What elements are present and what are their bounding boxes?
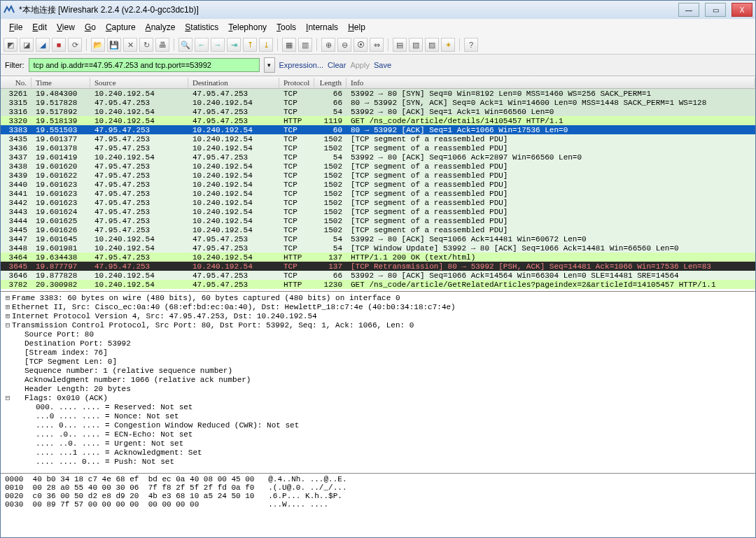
menu-view[interactable]: View [52,21,79,34]
packet-row[interactable]: 346419.63443847.95.47.25310.240.192.54HT… [1,253,755,262]
toolbar-zoom-out-icon[interactable]: ⊖ [337,38,351,52]
column-header-length[interactable]: Length [314,78,346,87]
toolbar-goto-first-icon[interactable]: ⤒ [243,38,257,52]
packet-row[interactable]: 338319.55150347.95.47.25310.240.192.54TC… [1,125,755,134]
tree-toggle-icon[interactable]: ⊟ [4,320,12,330]
detail-line[interactable]: Destination Port: 53992 [4,339,752,348]
toolbar-zoom-in-icon[interactable]: ⊕ [321,38,335,52]
detail-line[interactable]: .... .0.. .... = ECN-Echo: Not set [4,430,752,439]
toolbar-save-icon[interactable]: 💾 [107,38,121,52]
packet-list-pane[interactable]: No. Time Source Destination Protocol Len… [1,76,755,292]
filter-expression-link[interactable]: Expression... [279,61,324,69]
menu-internals[interactable]: Internals [302,21,342,34]
menu-analyze[interactable]: Analyze [141,21,180,34]
packet-row[interactable]: 378220.30098210.240.192.5447.95.47.253HT… [1,280,755,289]
packet-row[interactable]: 343519.60137747.95.47.25310.240.192.54TC… [1,134,755,143]
packet-bytes-pane[interactable]: 0000 40 b0 34 18 c7 4e 68 ef bd ec 0a 40… [1,474,755,537]
menu-file[interactable]: File [5,21,27,34]
menu-statistics[interactable]: Statistics [181,21,223,34]
packet-row[interactable]: 364619.87782810.240.192.5447.95.47.253TC… [1,271,755,280]
toolbar-reload-icon[interactable]: ↻ [139,38,153,52]
detail-line[interactable]: Source Port: 80 [4,330,752,339]
packet-row[interactable]: 344319.60162447.95.47.25310.240.192.54TC… [1,207,755,216]
packet-row[interactable]: 344519.60162647.95.47.25310.240.192.54TC… [1,225,755,234]
packet-row[interactable]: 344719.60164510.240.192.5447.95.47.253TC… [1,234,755,243]
toolbar-display-filters-icon[interactable]: ▧ [409,38,423,52]
detail-line[interactable]: [Stream index: 76] [4,348,752,357]
packet-row[interactable]: 344019.60162347.95.47.25310.240.192.54TC… [1,180,755,189]
packet-row[interactable]: 344419.60162547.95.47.25310.240.192.54TC… [1,216,755,225]
detail-line[interactable]: Header Length: 20 bytes [4,384,752,393]
packet-row[interactable]: 344119.60162347.95.47.25310.240.192.54TC… [1,189,755,198]
window-maximize-button[interactable]: ▭ [705,3,726,17]
column-header-no[interactable]: No. [1,78,31,87]
column-header-info[interactable]: Info [346,78,755,87]
detail-line[interactable]: ⊞Ethernet II, Src: Cisco_ec:0a:40 (68:ef… [4,302,752,311]
toolbar-find-icon[interactable]: 🔍 [178,38,192,52]
tree-toggle-icon[interactable]: ⊞ [4,311,12,320]
column-header-protocol[interactable]: Protocol [279,78,314,87]
toolbar-zoom-reset-icon[interactable]: ⦿ [354,38,368,52]
detail-line[interactable]: 000. .... .... = Reserved: Not set [4,402,752,411]
filter-dropdown[interactable]: ▾ [264,57,275,73]
toolbar-prev-icon[interactable]: ← [195,38,209,52]
window-close-button[interactable]: X [732,3,752,17]
filter-save-link[interactable]: Save [374,61,391,69]
packet-row[interactable]: 344819.60198110.240.192.5447.95.47.253TC… [1,243,755,253]
toolbar-open-icon[interactable]: 📂 [91,38,105,52]
column-header-destination[interactable]: Destination [188,78,279,87]
tree-toggle-icon[interactable]: ⊞ [4,302,12,311]
tree-toggle-icon[interactable]: ⊟ [4,393,12,402]
detail-line[interactable]: [TCP Segment Len: 0] [4,357,752,366]
menu-help[interactable]: Help [344,21,370,34]
menu-telephony[interactable]: Telephony [224,21,271,34]
toolbar-start-capture-icon[interactable]: ◢ [36,38,50,52]
filter-input[interactable] [29,58,260,72]
packet-row[interactable]: 343619.60137847.95.47.25310.240.192.54TC… [1,143,755,153]
toolbar-capture-filters-icon[interactable]: ▤ [393,38,407,52]
detail-line[interactable]: ⊞Internet Protocol Version 4, Src: 47.95… [4,311,752,320]
toolbar-interfaces-icon[interactable]: ◩ [4,38,18,52]
filter-clear-link[interactable]: Clear [328,61,346,69]
packet-row[interactable]: 364519.87779747.95.47.25310.240.192.54TC… [1,262,755,271]
detail-line[interactable]: ...0 .... .... = Nonce: Not set [4,411,752,420]
column-header-source[interactable]: Source [90,78,188,87]
detail-line[interactable]: .... ..0. .... = Urgent: Not set [4,439,752,448]
detail-line[interactable]: ⊟Transmission Control Protocol, Src Port… [4,320,752,330]
window-minimize-button[interactable]: — [678,3,699,17]
toolbar-restart-capture-icon[interactable]: ⟳ [68,38,82,52]
toolbar-colorize-icon[interactable]: ▦ [282,38,296,52]
packet-row[interactable]: 343819.60162047.95.47.25310.240.192.54TC… [1,162,755,171]
toolbar-jump-icon[interactable]: ⇥ [227,38,241,52]
packet-row[interactable]: 331519.51782847.95.47.25310.240.192.54TC… [1,98,755,107]
packet-row[interactable]: 343719.60141910.240.192.5447.95.47.253TC… [1,153,755,162]
toolbar-stop-capture-icon[interactable]: ■ [52,38,66,52]
toolbar-next-icon[interactable]: → [211,38,225,52]
column-header-time[interactable]: Time [31,78,90,87]
toolbar-autoscroll-icon[interactable]: ▥ [298,38,312,52]
packet-row[interactable]: 344219.60162347.95.47.25310.240.192.54TC… [1,198,755,207]
menu-go[interactable]: Go [80,21,100,34]
toolbar-options-icon[interactable]: ◪ [20,38,34,52]
detail-line[interactable]: .... ...1 .... = Acknowledgment: Set [4,448,752,457]
menu-capture[interactable]: Capture [102,21,140,34]
detail-line[interactable]: .... .... 0... = Push: Not set [4,457,752,466]
toolbar-resize-columns-icon[interactable]: ⇔ [370,38,384,52]
toolbar-close-icon[interactable]: ✕ [123,38,137,52]
filter-apply-link[interactable]: Apply [350,61,370,69]
detail-line[interactable]: .... 0... .... = Congestion Window Reduc… [4,420,752,430]
packet-row[interactable]: 332019.51813910.240.192.5447.95.47.253HT… [1,116,755,125]
tree-toggle-icon[interactable]: ⊞ [4,293,12,302]
toolbar-help-icon[interactable]: ? [464,38,478,52]
packet-details-pane[interactable]: ⊞Frame 3383: 60 bytes on wire (480 bits)… [1,292,755,474]
toolbar-preferences-icon[interactable]: ✶ [441,38,455,52]
detail-line[interactable]: ⊞Frame 3383: 60 bytes on wire (480 bits)… [4,293,752,302]
detail-line[interactable]: Sequence number: 1 (relative sequence nu… [4,366,752,375]
toolbar-coloring-rules-icon[interactable]: ▨ [425,38,439,52]
toolbar-print-icon[interactable]: 🖶 [155,38,169,52]
packet-row[interactable]: 331619.51789210.240.192.5447.95.47.253TC… [1,107,755,116]
detail-line[interactable]: Acknowledgment number: 1066 (relative ac… [4,375,752,384]
packet-row[interactable]: 326119.48430010.240.192.5447.95.47.253TC… [1,89,755,98]
menu-edit[interactable]: Edit [28,21,51,34]
packet-row[interactable]: 343919.60162247.95.47.25310.240.192.54TC… [1,171,755,180]
